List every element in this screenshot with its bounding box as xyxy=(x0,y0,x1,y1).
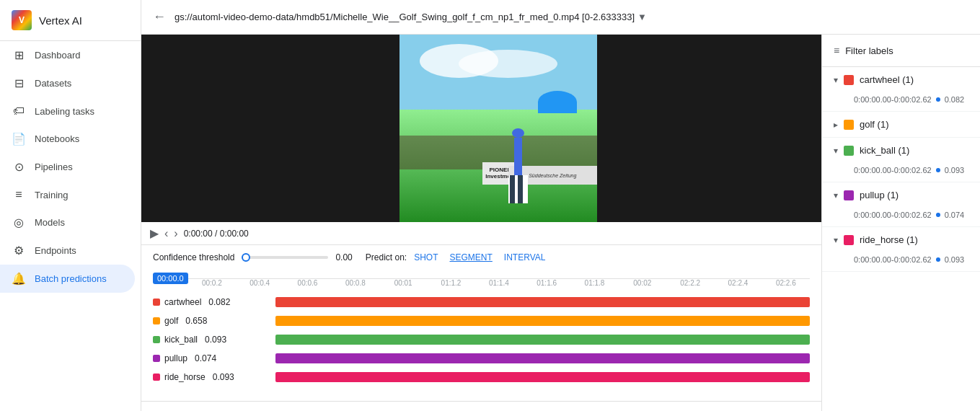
track-bar-kick_ball xyxy=(275,335,810,345)
track-bar-golf xyxy=(275,316,810,326)
label-score-kick_ball: 0.093 xyxy=(945,166,965,174)
timeline-ruler: 00:00.0 00:0.200:0.400:0.600:0.800:0101:… xyxy=(153,268,810,288)
track-bar-area-ride_horse xyxy=(275,372,810,382)
models-icon: ◎ xyxy=(12,216,26,229)
ruler-current: 00:00.0 xyxy=(153,273,188,284)
track-name-pullup: pullup xyxy=(164,353,187,363)
sidebar-label-datasets: Datasets xyxy=(35,78,71,89)
file-path: gs://automl-video-demo-data/hmdb51/Miche… xyxy=(175,12,635,22)
scene-left xyxy=(141,35,399,222)
ruler-mark: 00:0.2 xyxy=(188,278,236,288)
predict-shot[interactable]: SHOT xyxy=(414,252,438,262)
ruler-mark: 02:2.2 xyxy=(666,278,714,288)
label-timespan-pullup: 0:00:00.00-0:00:02.62 xyxy=(854,211,932,219)
label-dot-pullup xyxy=(936,213,940,217)
label-header-cartwheel[interactable]: ▾ cartwheel (1) xyxy=(822,67,980,92)
track-score-cartwheel: 0.082 xyxy=(208,297,230,307)
track-row-pullup: pullup 0.074 xyxy=(153,350,810,366)
track-score-pullup: 0.074 xyxy=(195,353,216,363)
label-detail-ride_horse: 0:00:00.00-0:00:02.62 0.093 xyxy=(822,252,980,271)
label-dot-cartwheel xyxy=(936,97,940,102)
datasets-icon: ⊟ xyxy=(12,76,26,90)
track-dot-kick_ball xyxy=(153,336,160,343)
label-chevron-kick_ball: ▾ xyxy=(834,146,838,156)
threshold-slider[interactable] xyxy=(242,256,328,259)
label-name-pullup: pullup (1) xyxy=(860,190,968,200)
endpoints-icon: ⚙ xyxy=(12,244,26,257)
label-dot-kick_ball xyxy=(936,168,940,172)
content-area: PIONEERInvestments Süddeutsche Zeitung xyxy=(141,35,980,411)
main-content: ← gs://automl-video-demo-data/hmdb51/Mic… xyxy=(141,0,980,411)
label-score-ride_horse: 0.093 xyxy=(945,255,965,264)
threshold-thumb[interactable] xyxy=(242,253,250,262)
label-color-ride_horse xyxy=(844,235,854,245)
track-bar-cartwheel xyxy=(275,297,810,307)
predict-segment[interactable]: SEGMENT xyxy=(450,252,493,262)
track-bar-area-pullup xyxy=(275,353,810,363)
label-item-ride_horse: ▾ ride_horse (1) 0:00:00.00-0:00:02.62 0… xyxy=(822,227,980,272)
label-item-kick_ball: ▾ kick_ball (1) 0:00:00.00-0:00:02.62 0.… xyxy=(822,138,980,182)
ruler-mark: 01:1.4 xyxy=(475,278,523,288)
sidebar-label-dashboard: Dashboard xyxy=(35,50,81,61)
sidebar-item-batch-predictions[interactable]: 🔔 Batch predictions xyxy=(0,265,135,293)
threshold-value: 0.00 xyxy=(335,252,352,262)
back-button[interactable]: ← xyxy=(153,9,166,25)
play-button[interactable]: ▶ xyxy=(150,226,159,240)
sidebar-label-notebooks: Notebooks xyxy=(35,133,79,144)
ruler-mark: 01:1.8 xyxy=(570,278,618,288)
label-chevron-pullup: ▾ xyxy=(834,190,838,200)
app-logo: V Vertex AI xyxy=(0,0,141,41)
sidebar-item-labeling-tasks[interactable]: 🏷 Labeling tasks xyxy=(0,97,135,125)
logo-icon: V xyxy=(12,10,32,30)
label-header-kick_ball[interactable]: ▾ kick_ball (1) xyxy=(822,138,980,163)
label-color-golf xyxy=(844,120,854,130)
sidebar-item-endpoints[interactable]: ⚙ Endpoints xyxy=(0,237,135,265)
filter-bar: ≡ Filter labels xyxy=(822,35,980,67)
label-name-kick_ball: kick_ball (1) xyxy=(860,145,968,156)
label-dot-ride_horse xyxy=(936,257,940,262)
filter-label: Filter labels xyxy=(845,45,893,56)
scene-right xyxy=(597,35,821,222)
predict-interval[interactable]: INTERVAL xyxy=(504,252,546,262)
time-separator: / xyxy=(215,229,220,239)
label-chevron-ride_horse: ▾ xyxy=(834,235,838,245)
ruler-mark: 01:1.2 xyxy=(427,278,474,288)
track-label-ride_horse: ride_horse 0.093 xyxy=(153,372,275,382)
label-detail-cartwheel: 0:00:00.00-0:00:02.62 0.082 xyxy=(822,92,980,111)
track-dot-golf xyxy=(153,317,160,324)
track-dot-cartwheel xyxy=(153,299,160,306)
label-header-pullup[interactable]: ▾ pullup (1) xyxy=(822,182,980,208)
label-score-cartwheel: 0.082 xyxy=(945,95,965,104)
current-time: 0:00:00 xyxy=(184,229,213,239)
file-dropdown[interactable]: gs://automl-video-demo-data/hmdb51/Miche… xyxy=(175,12,647,22)
timeline-panel: Confidence threshold 0.00 Predict on: SH… xyxy=(141,245,821,402)
ruler-mark: 02:2.6 xyxy=(762,278,810,288)
track-dot-pullup xyxy=(153,355,160,362)
notebooks-icon: 📄 xyxy=(12,132,26,146)
topbar: ← gs://automl-video-demo-data/hmdb51/Mic… xyxy=(141,0,980,35)
track-score-kick_ball: 0.093 xyxy=(205,335,226,345)
sidebar-item-notebooks[interactable]: 📄 Notebooks xyxy=(0,125,135,153)
sidebar-item-dashboard[interactable]: ⊞ Dashboard xyxy=(0,41,135,69)
prev-button[interactable]: ‹ xyxy=(164,227,168,240)
sidebar-item-models[interactable]: ◎ Models xyxy=(0,208,135,237)
sidebar: V Vertex AI ⊞ Dashboard ⊟ Datasets 🏷 Lab… xyxy=(0,0,141,411)
sidebar-item-pipelines[interactable]: ⊙ Pipelines xyxy=(0,153,135,181)
label-header-golf[interactable]: ▸ golf (1) xyxy=(822,112,980,137)
sidebar-item-training[interactable]: ≡ Training xyxy=(0,181,135,208)
predict-options: SHOT SEGMENT INTERVAL xyxy=(414,252,545,262)
sidebar-label-training: Training xyxy=(35,190,68,200)
label-timespan-ride_horse: 0:00:00.00-0:00:02.62 xyxy=(854,255,932,264)
label-color-kick_ball xyxy=(844,146,854,156)
total-time: 0:00:00 xyxy=(220,229,249,239)
label-header-ride_horse[interactable]: ▾ ride_horse (1) xyxy=(822,227,980,252)
track-row-cartwheel: cartwheel 0.082 xyxy=(153,294,810,310)
ruler-mark: 00:0.6 xyxy=(283,278,331,288)
track-bar-area-kick_ball xyxy=(275,335,810,345)
next-button[interactable]: › xyxy=(174,227,177,240)
filter-icon: ≡ xyxy=(834,45,839,56)
track-label-cartwheel: cartwheel 0.082 xyxy=(153,297,275,307)
track-bar-area-golf xyxy=(275,316,810,326)
sidebar-item-datasets[interactable]: ⊟ Datasets xyxy=(0,69,135,97)
sidebar-label-batch-predictions: Batch predictions xyxy=(35,273,107,284)
